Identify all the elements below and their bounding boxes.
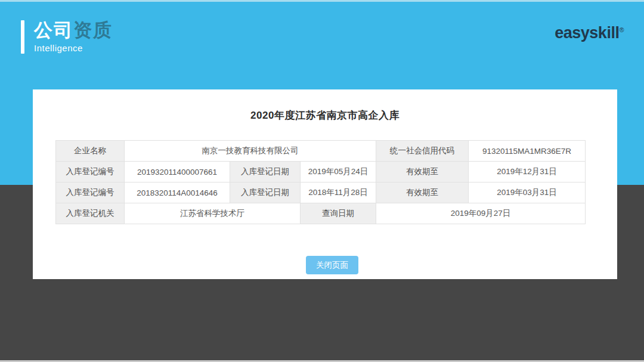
page-title: 公司资质 — [34, 20, 113, 41]
header-accent-bar — [21, 20, 24, 54]
cell-company-name-label: 企业名称 — [56, 141, 125, 162]
certificate-card: 2020年度江苏省南京市高企入库 企业名称 南京一技教育科技有限公司 统一社会信… — [33, 89, 617, 279]
page-title-secondary: 资质 — [73, 20, 113, 41]
registration-table: 企业名称 南京一技教育科技有限公司 统一社会信用代码 91320115MA1MR… — [55, 140, 586, 224]
cell-reg-date-value: 2018年11月28日 — [301, 182, 376, 203]
cell-valid-until-value: 2019年03月31日 — [469, 182, 586, 203]
cell-company-name-value: 南京一技教育科技有限公司 — [125, 141, 376, 162]
certificate-title: 2020年度江苏省南京市高企入库 — [33, 109, 617, 122]
close-page-button[interactable]: 关闭页面 — [306, 256, 358, 274]
cell-reg-date-label: 入库登记日期 — [230, 182, 301, 203]
cell-credit-code-label: 统一社会信用代码 — [376, 141, 469, 162]
cell-reg-number-value: 201932011400007661 — [125, 162, 230, 182]
cell-query-date-label: 查询日期 — [301, 203, 376, 224]
logo-text: easyskill — [555, 24, 619, 42]
cell-reg-date-value: 2019年05月24日 — [301, 162, 376, 182]
cell-reg-number-label: 入库登记编号 — [56, 162, 125, 182]
page-subtitle: Intelligence — [34, 43, 113, 53]
easyskill-logo: easyskill® — [555, 24, 624, 42]
table-row-registration-2019: 入库登记编号 201932011400007661 入库登记日期 2019年05… — [56, 162, 586, 182]
registered-trademark-icon: ® — [619, 26, 624, 33]
cell-reg-number-label: 入库登记编号 — [56, 182, 125, 203]
slide-header: 公司资质 Intelligence — [21, 20, 113, 54]
cell-valid-until-label: 有效期至 — [376, 182, 469, 203]
cell-valid-until-value: 2019年12月31日 — [469, 162, 586, 182]
table-row-registration-2018: 入库登记编号 2018320114A0014646 入库登记日期 2018年11… — [56, 182, 586, 203]
cell-reg-number-value: 2018320114A0014646 — [125, 182, 230, 203]
cell-credit-code-value: 91320115MA1MR36E7R — [469, 141, 586, 162]
cell-authority-value: 江苏省科学技术厅 — [125, 203, 301, 224]
table-row-company: 企业名称 南京一技教育科技有限公司 统一社会信用代码 91320115MA1MR… — [56, 141, 586, 162]
cell-authority-label: 入库登记机关 — [56, 203, 125, 224]
table-row-authority: 入库登记机关 江苏省科学技术厅 查询日期 2019年09月27日 — [56, 203, 586, 224]
cell-query-date-value: 2019年09月27日 — [376, 203, 586, 224]
cell-reg-date-label: 入库登记日期 — [230, 162, 301, 182]
cell-valid-until-label: 有效期至 — [376, 162, 469, 182]
page-title-primary: 公司 — [34, 20, 73, 41]
